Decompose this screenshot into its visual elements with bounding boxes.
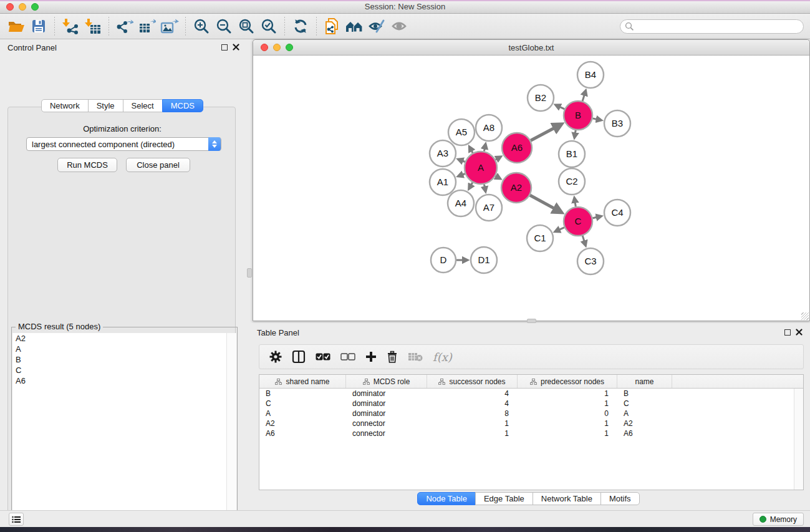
deselect-all-columns-button[interactable]	[340, 347, 355, 366]
create-column-button[interactable]	[365, 347, 377, 366]
edge-B-B1[interactable]	[574, 130, 576, 138]
search-field[interactable]	[620, 19, 804, 34]
import-table-button[interactable]	[82, 16, 104, 37]
window-resize-grip[interactable]	[801, 312, 809, 320]
first-neighbors-button[interactable]	[344, 16, 366, 37]
node-C4[interactable]: C4	[604, 200, 630, 226]
node-D[interactable]: D	[431, 248, 456, 273]
function-builder-button[interactable]: f(x)	[433, 351, 452, 364]
edge-A-A7[interactable]	[484, 185, 485, 191]
close-panel-button[interactable]: Close panel	[126, 158, 190, 172]
tab-network[interactable]: Network	[41, 99, 89, 112]
node-A5[interactable]: A5	[448, 119, 475, 145]
edge-A-A3[interactable]	[458, 160, 465, 162]
tab-mcds[interactable]: MCDS	[162, 99, 203, 112]
table-row[interactable]: A6connector11A6	[259, 428, 803, 438]
horizontal-splitter-handle[interactable]	[527, 319, 536, 323]
tab-edge-table[interactable]: Edge Table	[475, 492, 533, 505]
edge-C-C4[interactable]	[592, 216, 600, 218]
tab-select[interactable]: Select	[123, 99, 163, 112]
node-A6[interactable]: A6	[502, 133, 532, 163]
column-header-predecessor-nodes[interactable]: predecessor nodes	[518, 375, 617, 388]
table-row[interactable]: Cdominator41C	[259, 399, 803, 409]
result-list-item[interactable]: B	[12, 354, 228, 365]
result-list-item[interactable]: A	[12, 344, 228, 354]
network-canvas[interactable]: B4B2BB3A5A8A6A3B1AA1C2A2A4A7C4CC1DD1C3	[253, 56, 809, 321]
table-row[interactable]: Adominator80A	[259, 409, 803, 418]
table-row[interactable]: Bdominator41B	[259, 389, 803, 399]
edge-C-C2[interactable]	[574, 198, 576, 207]
show-all-button[interactable]	[388, 16, 411, 37]
edge-A-A4[interactable]	[469, 183, 473, 189]
edge-C-C3[interactable]	[582, 236, 586, 245]
table-scrollbar[interactable]	[794, 389, 803, 490]
zoom-fit-button[interactable]	[235, 16, 258, 37]
node-D1[interactable]: D1	[471, 247, 497, 273]
save-session-button[interactable]	[27, 16, 50, 37]
edge-C-C1[interactable]	[556, 228, 565, 231]
float-table-panel-icon[interactable]	[784, 329, 791, 336]
edge-A6-B[interactable]	[531, 125, 561, 141]
edge-B-B2[interactable]	[556, 105, 564, 109]
hide-selected-button[interactable]	[366, 16, 388, 37]
export-network-button[interactable]	[113, 16, 136, 37]
node-C2[interactable]: C2	[559, 168, 585, 195]
mcds-result-list[interactable]: A2ABCA6	[12, 333, 228, 532]
import-network-button[interactable]	[59, 16, 82, 37]
node-C3[interactable]: C3	[577, 248, 604, 274]
node-A8[interactable]: A8	[476, 115, 502, 141]
edge-A-A1[interactable]	[458, 174, 465, 177]
node-B2[interactable]: B2	[528, 85, 554, 111]
edge-A2-C[interactable]	[530, 195, 561, 212]
result-list-item[interactable]: A6	[12, 375, 228, 386]
node-C[interactable]: C	[564, 207, 592, 236]
new-network-button[interactable]	[321, 16, 344, 37]
export-table-button[interactable]	[136, 16, 158, 37]
run-mcds-button[interactable]: Run MCDS	[57, 158, 117, 172]
result-list-scrollbar[interactable]	[226, 333, 236, 532]
float-panel-icon[interactable]	[221, 44, 228, 51]
node-A3[interactable]: A3	[430, 140, 456, 167]
close-table-panel-icon[interactable]	[796, 329, 803, 336]
table-options-button[interactable]	[269, 347, 282, 366]
tab-motifs[interactable]: Motifs	[600, 492, 640, 505]
edge-B-B3[interactable]	[593, 118, 601, 120]
node-C1[interactable]: C1	[527, 225, 553, 251]
tab-style[interactable]: Style	[88, 99, 123, 112]
edge-A-A2[interactable]	[496, 176, 500, 178]
search-input[interactable]	[620, 19, 804, 34]
edge-A-A8[interactable]	[484, 144, 485, 151]
node-B3[interactable]: B3	[604, 110, 630, 137]
zoom-out-button[interactable]	[213, 16, 235, 37]
show-panels-menu-button[interactable]	[9, 513, 24, 526]
memory-button[interactable]: Memory	[753, 513, 804, 526]
optimization-criterion-select[interactable]: largest connected component (directed)	[26, 137, 221, 151]
node-A4[interactable]: A4	[448, 190, 474, 216]
node-A[interactable]: A	[465, 152, 497, 184]
edge-A-A5[interactable]	[470, 147, 473, 153]
select-all-columns-button[interactable]	[316, 347, 330, 366]
node-B1[interactable]: B1	[559, 141, 585, 167]
column-header-successor-nodes[interactable]: successor nodes	[427, 375, 518, 388]
show-columns-button[interactable]	[292, 347, 306, 366]
column-header-shared-name[interactable]: shared name	[259, 375, 346, 388]
vertical-splitter-handle[interactable]	[247, 268, 252, 278]
column-header-name[interactable]: name	[617, 375, 672, 388]
tab-node-table[interactable]: Node Table	[417, 492, 476, 505]
result-list-item[interactable]: C	[12, 365, 228, 375]
column-header-MCDS-role[interactable]: MCDS role	[346, 375, 427, 388]
node-B[interactable]: B	[564, 101, 592, 130]
node-A1[interactable]: A1	[430, 169, 456, 195]
edge-A-A6[interactable]	[496, 157, 501, 160]
table-row[interactable]: A2connector11A2	[259, 418, 803, 428]
refresh-button[interactable]	[289, 16, 312, 37]
open-session-button[interactable]	[5, 16, 27, 37]
delete-table-button[interactable]	[408, 347, 423, 366]
delete-columns-button[interactable]	[387, 347, 398, 366]
network-window-titlebar[interactable]: testGlobe.txt	[253, 40, 809, 56]
node-A7[interactable]: A7	[476, 195, 502, 221]
node-B4[interactable]: B4	[577, 62, 604, 88]
close-panel-icon[interactable]	[233, 44, 239, 51]
zoom-in-button[interactable]	[190, 16, 213, 37]
zoom-selected-button[interactable]	[258, 16, 280, 37]
